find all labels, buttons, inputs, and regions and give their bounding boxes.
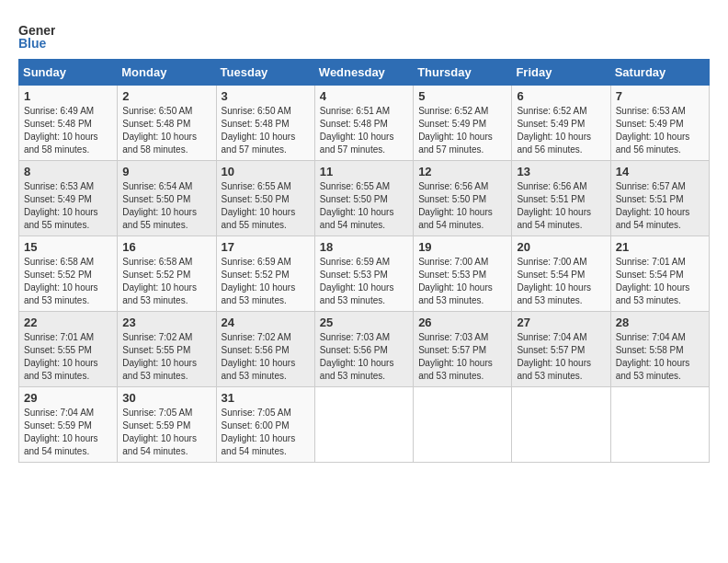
day-cell: 4 Sunrise: 6:51 AM Sunset: 5:48 PM Dayli…: [314, 86, 413, 161]
day-number: 25: [320, 316, 408, 329]
day-info: Sunrise: 6:56 AM Sunset: 5:51 PM Dayligh…: [517, 180, 605, 232]
day-info: Sunrise: 7:05 AM Sunset: 6:00 PM Dayligh…: [222, 407, 310, 458]
day-number: 5: [418, 89, 506, 103]
day-number: 18: [320, 240, 408, 254]
day-info: Sunrise: 6:54 AM Sunset: 5:50 PM Dayligh…: [122, 180, 210, 232]
week-row-3: 15 Sunrise: 6:58 AM Sunset: 5:52 PM Dayl…: [19, 236, 710, 312]
day-cell: [512, 387, 610, 463]
day-info: Sunrise: 6:53 AM Sunset: 5:49 PM Dayligh…: [24, 180, 112, 232]
day-number: 1: [24, 89, 112, 103]
day-info: Sunrise: 6:49 AM Sunset: 5:48 PM Dayligh…: [24, 105, 112, 156]
day-info: Sunrise: 7:01 AM Sunset: 5:54 PM Dayligh…: [616, 256, 704, 307]
day-number: 7: [616, 89, 704, 103]
week-row-1: 1 Sunrise: 6:49 AM Sunset: 5:48 PM Dayli…: [19, 86, 710, 161]
day-cell: 20 Sunrise: 7:00 AM Sunset: 5:54 PM Dayl…: [512, 236, 610, 312]
day-cell: 13 Sunrise: 6:56 AM Sunset: 5:51 PM Dayl…: [512, 161, 610, 236]
day-number: 24: [222, 316, 310, 329]
day-cell: 27 Sunrise: 7:04 AM Sunset: 5:57 PM Dayl…: [512, 312, 610, 387]
day-cell: 2 Sunrise: 6:50 AM Sunset: 5:48 PM Dayli…: [118, 86, 216, 161]
day-info: Sunrise: 7:00 AM Sunset: 5:54 PM Dayligh…: [517, 256, 605, 307]
day-cell: 8 Sunrise: 6:53 AM Sunset: 5:49 PM Dayli…: [19, 161, 118, 236]
day-info: Sunrise: 7:00 AM Sunset: 5:53 PM Dayligh…: [418, 256, 506, 307]
day-info: Sunrise: 6:50 AM Sunset: 5:48 PM Dayligh…: [222, 105, 310, 156]
day-number: 21: [616, 240, 704, 254]
header-cell-saturday: Saturday: [610, 60, 709, 86]
day-cell: 23 Sunrise: 7:02 AM Sunset: 5:55 PM Dayl…: [118, 312, 216, 387]
day-cell: 14 Sunrise: 6:57 AM Sunset: 5:51 PM Dayl…: [610, 161, 709, 236]
day-number: 9: [122, 165, 210, 178]
day-cell: 15 Sunrise: 6:58 AM Sunset: 5:52 PM Dayl…: [19, 236, 118, 312]
day-info: Sunrise: 6:50 AM Sunset: 5:48 PM Dayligh…: [122, 105, 210, 156]
day-number: 17: [222, 240, 310, 254]
day-cell: 21 Sunrise: 7:01 AM Sunset: 5:54 PM Dayl…: [610, 236, 709, 312]
day-info: Sunrise: 7:02 AM Sunset: 5:55 PM Dayligh…: [122, 331, 210, 383]
day-info: Sunrise: 6:52 AM Sunset: 5:49 PM Dayligh…: [517, 105, 605, 156]
day-info: Sunrise: 7:04 AM Sunset: 5:58 PM Dayligh…: [616, 331, 704, 383]
calendar-table: SundayMondayTuesdayWednesdayThursdayFrid…: [18, 59, 710, 463]
day-cell: 11 Sunrise: 6:55 AM Sunset: 5:50 PM Dayl…: [314, 161, 413, 236]
day-info: Sunrise: 6:52 AM Sunset: 5:49 PM Dayligh…: [418, 105, 506, 156]
day-cell: 10 Sunrise: 6:55 AM Sunset: 5:50 PM Dayl…: [216, 161, 314, 236]
day-cell: 12 Sunrise: 6:56 AM Sunset: 5:50 PM Dayl…: [414, 161, 512, 236]
day-number: 15: [24, 240, 112, 254]
day-cell: 9 Sunrise: 6:54 AM Sunset: 5:50 PM Dayli…: [118, 161, 216, 236]
day-info: Sunrise: 6:51 AM Sunset: 5:48 PM Dayligh…: [320, 105, 408, 156]
day-number: 14: [616, 165, 704, 178]
calendar-body: 1 Sunrise: 6:49 AM Sunset: 5:48 PM Dayli…: [19, 86, 710, 463]
day-cell: 7 Sunrise: 6:53 AM Sunset: 5:49 PM Dayli…: [610, 86, 709, 161]
header-cell-friday: Friday: [512, 60, 610, 86]
day-number: 12: [418, 165, 506, 178]
day-number: 31: [222, 391, 310, 405]
week-row-4: 22 Sunrise: 7:01 AM Sunset: 5:55 PM Dayl…: [19, 312, 710, 387]
day-cell: 26 Sunrise: 7:03 AM Sunset: 5:57 PM Dayl…: [414, 312, 512, 387]
day-cell: 1 Sunrise: 6:49 AM Sunset: 5:48 PM Dayli…: [19, 86, 118, 161]
day-cell: [314, 387, 413, 463]
week-row-5: 29 Sunrise: 7:04 AM Sunset: 5:59 PM Dayl…: [19, 387, 710, 463]
day-number: 27: [517, 316, 605, 329]
day-number: 11: [320, 165, 408, 178]
day-info: Sunrise: 6:59 AM Sunset: 5:52 PM Dayligh…: [222, 256, 310, 307]
day-cell: [414, 387, 512, 463]
day-number: 28: [616, 316, 704, 329]
page-wrapper: General Blue SundayMondayTuesdayWednesda…: [18, 18, 710, 463]
day-info: Sunrise: 6:57 AM Sunset: 5:51 PM Dayligh…: [616, 180, 704, 232]
day-info: Sunrise: 7:02 AM Sunset: 5:56 PM Dayligh…: [222, 331, 310, 383]
day-number: 22: [24, 316, 112, 329]
day-cell: 22 Sunrise: 7:01 AM Sunset: 5:55 PM Dayl…: [19, 312, 118, 387]
header-cell-thursday: Thursday: [414, 60, 512, 86]
day-number: 29: [24, 391, 112, 405]
day-number: 19: [418, 240, 506, 254]
logo-icon: General Blue: [18, 18, 55, 55]
day-cell: 28 Sunrise: 7:04 AM Sunset: 5:58 PM Dayl…: [610, 312, 709, 387]
day-number: 4: [320, 89, 408, 103]
header-cell-tuesday: Tuesday: [216, 60, 314, 86]
day-info: Sunrise: 6:58 AM Sunset: 5:52 PM Dayligh…: [122, 256, 210, 307]
day-cell: 5 Sunrise: 6:52 AM Sunset: 5:49 PM Dayli…: [414, 86, 512, 161]
day-number: 10: [222, 165, 310, 178]
day-info: Sunrise: 7:03 AM Sunset: 5:56 PM Dayligh…: [320, 331, 408, 383]
day-cell: 24 Sunrise: 7:02 AM Sunset: 5:56 PM Dayl…: [216, 312, 314, 387]
calendar-header-row: SundayMondayTuesdayWednesdayThursdayFrid…: [19, 60, 710, 86]
logo: General Blue: [18, 18, 55, 55]
day-number: 3: [222, 89, 310, 103]
day-info: Sunrise: 6:55 AM Sunset: 5:50 PM Dayligh…: [222, 180, 310, 232]
day-number: 8: [24, 165, 112, 178]
day-info: Sunrise: 7:03 AM Sunset: 5:57 PM Dayligh…: [418, 331, 506, 383]
day-cell: 19 Sunrise: 7:00 AM Sunset: 5:53 PM Dayl…: [414, 236, 512, 312]
day-cell: 17 Sunrise: 6:59 AM Sunset: 5:52 PM Dayl…: [216, 236, 314, 312]
header: General Blue: [18, 18, 710, 55]
day-number: 20: [517, 240, 605, 254]
day-cell: 16 Sunrise: 6:58 AM Sunset: 5:52 PM Dayl…: [118, 236, 216, 312]
header-cell-monday: Monday: [118, 60, 216, 86]
day-number: 16: [122, 240, 210, 254]
day-info: Sunrise: 7:04 AM Sunset: 5:57 PM Dayligh…: [517, 331, 605, 383]
header-cell-wednesday: Wednesday: [314, 60, 413, 86]
day-info: Sunrise: 7:01 AM Sunset: 5:55 PM Dayligh…: [24, 331, 112, 383]
day-cell: 30 Sunrise: 7:05 AM Sunset: 5:59 PM Dayl…: [118, 387, 216, 463]
day-cell: 18 Sunrise: 6:59 AM Sunset: 5:53 PM Dayl…: [314, 236, 413, 312]
day-info: Sunrise: 7:05 AM Sunset: 5:59 PM Dayligh…: [122, 407, 210, 458]
day-number: 26: [418, 316, 506, 329]
day-cell: 31 Sunrise: 7:05 AM Sunset: 6:00 PM Dayl…: [216, 387, 314, 463]
day-info: Sunrise: 6:56 AM Sunset: 5:50 PM Dayligh…: [418, 180, 506, 232]
day-cell: [610, 387, 709, 463]
